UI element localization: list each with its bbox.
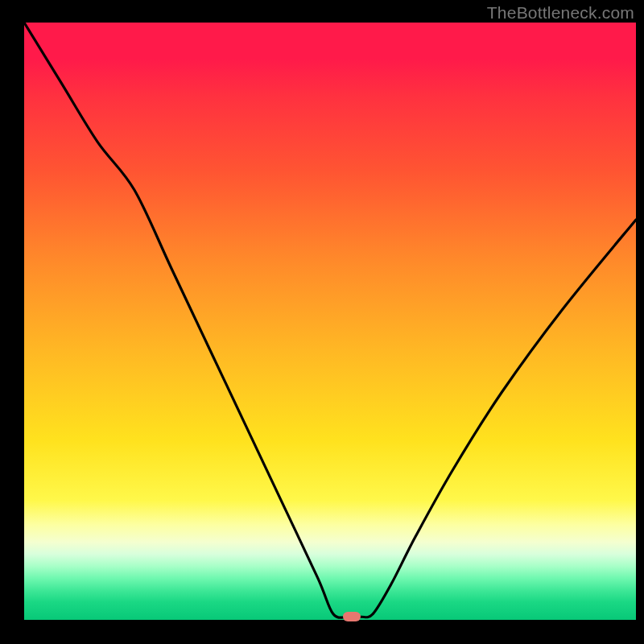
bottleneck-curve	[24, 23, 636, 620]
optimum-marker	[343, 612, 361, 621]
curve-path	[24, 23, 636, 617]
watermark-text: TheBottleneck.com	[487, 3, 634, 23]
chart-plot-area	[24, 23, 636, 620]
chart-frame	[8, 23, 636, 636]
